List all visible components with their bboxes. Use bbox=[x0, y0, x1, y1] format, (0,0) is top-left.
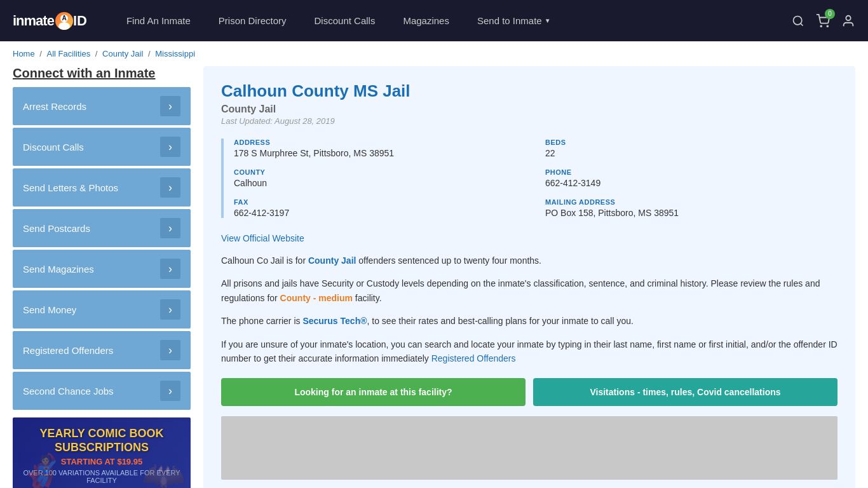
sidebar-item-send-money[interactable]: Send Money › bbox=[13, 290, 191, 329]
sidebar-label: Second Chance Jobs bbox=[23, 386, 114, 396]
phone-value: 662-412-3149 bbox=[545, 178, 837, 188]
address-label: ADDRESS bbox=[234, 139, 526, 146]
desc-paragraph-1: Calhoun Co Jail is for County Jail offen… bbox=[221, 254, 837, 268]
content-area: Calhoun County MS Jail County Jail Last … bbox=[203, 66, 855, 488]
chevron-right-icon: › bbox=[160, 259, 180, 279]
nav-links: Find An Inmate Prison Directory Discount… bbox=[112, 0, 792, 41]
sidebar-item-send-letters[interactable]: Send Letters & Photos › bbox=[13, 168, 191, 207]
visitations-button[interactable]: Visitations - times, rules, Covid cancel… bbox=[533, 378, 837, 406]
breadcrumb-all-facilities[interactable]: All Facilities bbox=[47, 49, 91, 58]
sidebar-item-discount-calls[interactable]: Discount Calls › bbox=[13, 128, 191, 166]
logo-suffix: ID bbox=[73, 13, 87, 29]
breadcrumb-home[interactable]: Home bbox=[13, 49, 35, 58]
county-medium-link[interactable]: County - medium bbox=[280, 293, 353, 303]
logo[interactable]: inmate A ID bbox=[13, 12, 87, 30]
desc-paragraph-4: If you are unsure of your inmate's locat… bbox=[221, 337, 837, 366]
search-icon[interactable] bbox=[792, 15, 804, 27]
fax-label: FAX bbox=[234, 198, 526, 206]
desc-paragraph-2: All prisons and jails have Security or C… bbox=[221, 276, 837, 305]
svg-point-1 bbox=[58, 22, 70, 30]
looking-for-inmate-button[interactable]: Looking for an inmate at this facility? bbox=[221, 378, 526, 406]
description: Calhoun Co Jail is for County Jail offen… bbox=[221, 254, 837, 365]
county-jail-link[interactable]: County Jail bbox=[308, 255, 356, 266]
chevron-right-icon: › bbox=[160, 177, 180, 198]
ad-banner[interactable]: 🦸 🦇 YEARLY COMIC BOOK SUBSCRIPTIONS STAR… bbox=[13, 417, 191, 488]
sidebar-label: Registered Offenders bbox=[23, 345, 113, 356]
sidebar-label: Send Postcards bbox=[23, 223, 90, 234]
facility-image bbox=[221, 416, 837, 480]
sidebar-item-registered-offenders[interactable]: Registered Offenders › bbox=[13, 331, 191, 369]
mailing-value: PO Box 158, Pittsboro, MS 38951 bbox=[545, 208, 837, 218]
info-beds: BEDS 22 bbox=[545, 139, 837, 158]
nav-discount-calls[interactable]: Discount Calls bbox=[301, 0, 390, 41]
info-address: ADDRESS 178 S Murphree St, Pittsboro, MS… bbox=[234, 139, 526, 158]
nav-prison-directory[interactable]: Prison Directory bbox=[205, 0, 301, 41]
sidebar-item-send-postcards[interactable]: Send Postcards › bbox=[13, 209, 191, 247]
info-phone: PHONE 662-412-3149 bbox=[545, 168, 837, 188]
breadcrumb-county-jail[interactable]: County Jail bbox=[102, 49, 143, 58]
beds-label: BEDS bbox=[545, 139, 837, 146]
breadcrumb-sep1: / bbox=[39, 49, 44, 58]
sidebar-title: Connect with an Inmate bbox=[13, 66, 191, 81]
county-value: Calhoun bbox=[234, 178, 526, 188]
svg-point-3 bbox=[794, 16, 802, 24]
navbar: inmate A ID Find An Inmate Prison Direct… bbox=[0, 0, 868, 41]
sidebar-label: Send Magazines bbox=[23, 264, 94, 274]
beds-value: 22 bbox=[545, 148, 837, 158]
sidebar-label: Send Letters & Photos bbox=[23, 182, 118, 193]
address-value: 178 S Murphree St, Pittsboro, MS 38951 bbox=[234, 148, 526, 158]
ad-subtitle: SUBSCRIPTIONS bbox=[55, 441, 149, 455]
logo-icon: A bbox=[55, 12, 73, 30]
securus-link[interactable]: Securus Tech® bbox=[302, 316, 367, 326]
sidebar-item-send-magazines[interactable]: Send Magazines › bbox=[13, 250, 191, 288]
cart-icon[interactable]: 0 bbox=[816, 14, 830, 28]
view-link-row: View Official Website bbox=[221, 233, 837, 243]
facility-type: County Jail bbox=[221, 104, 837, 115]
info-grid: ADDRESS 178 S Murphree St, Pittsboro, MS… bbox=[221, 139, 837, 218]
sidebar-label: Send Money bbox=[23, 304, 76, 315]
nav-icons: 0 bbox=[792, 14, 855, 28]
action-buttons: Looking for an inmate at this facility? … bbox=[221, 378, 837, 406]
county-label: COUNTY bbox=[234, 168, 526, 176]
info-fax: FAX 662-412-3197 bbox=[234, 198, 526, 218]
chevron-right-icon: › bbox=[160, 218, 180, 238]
svg-point-7 bbox=[846, 15, 850, 20]
svg-point-5 bbox=[820, 25, 822, 27]
ad-title: YEARLY COMIC BOOK bbox=[39, 427, 163, 441]
svg-line-4 bbox=[801, 23, 803, 25]
phone-label: PHONE bbox=[545, 168, 837, 176]
info-mailing: MAILING ADDRESS PO Box 158, Pittsboro, M… bbox=[545, 198, 837, 218]
breadcrumb-sep2: / bbox=[95, 49, 100, 58]
sidebar-item-arrest-records[interactable]: Arrest Records › bbox=[13, 87, 191, 125]
chevron-right-icon: › bbox=[160, 96, 180, 116]
info-county: COUNTY Calhoun bbox=[234, 168, 526, 188]
mailing-label: MAILING ADDRESS bbox=[545, 198, 837, 206]
facility-title: Calhoun County MS Jail bbox=[221, 81, 837, 101]
cart-badge: 0 bbox=[825, 9, 835, 19]
chevron-right-icon: › bbox=[160, 340, 180, 360]
sidebar-label: Discount Calls bbox=[23, 142, 84, 152]
fax-value: 662-412-3197 bbox=[234, 208, 526, 218]
main-content: Connect with an Inmate Arrest Records › … bbox=[0, 66, 868, 488]
ad-price: STARTING AT $19.95 bbox=[61, 457, 142, 466]
nav-magazines[interactable]: Magazines bbox=[389, 0, 463, 41]
facility-updated: Last Updated: August 28, 2019 bbox=[221, 116, 837, 126]
sidebar: Connect with an Inmate Arrest Records › … bbox=[13, 66, 191, 488]
svg-point-6 bbox=[827, 25, 828, 27]
svg-text:A: A bbox=[62, 15, 66, 22]
nav-send-to-inmate[interactable]: Send to Inmate bbox=[463, 0, 565, 41]
registered-offenders-link[interactable]: Registered Offenders bbox=[431, 353, 516, 363]
breadcrumb: Home / All Facilities / County Jail / Mi… bbox=[0, 41, 868, 66]
sidebar-label: Arrest Records bbox=[23, 101, 86, 112]
view-website-link[interactable]: View Official Website bbox=[221, 233, 304, 243]
user-icon[interactable] bbox=[841, 14, 855, 28]
breadcrumb-sep3: / bbox=[148, 49, 153, 58]
desc-paragraph-3: The phone carrier is Securus Tech®, to s… bbox=[221, 314, 837, 328]
chevron-right-icon: › bbox=[160, 137, 180, 157]
chevron-right-icon: › bbox=[160, 299, 180, 320]
sidebar-item-second-chance-jobs[interactable]: Second Chance Jobs › bbox=[13, 372, 191, 410]
breadcrumb-state[interactable]: Mississippi bbox=[155, 49, 195, 58]
logo-text: inmate bbox=[13, 13, 54, 29]
nav-find-inmate[interactable]: Find An Inmate bbox=[112, 0, 205, 41]
chevron-right-icon: › bbox=[160, 381, 180, 401]
